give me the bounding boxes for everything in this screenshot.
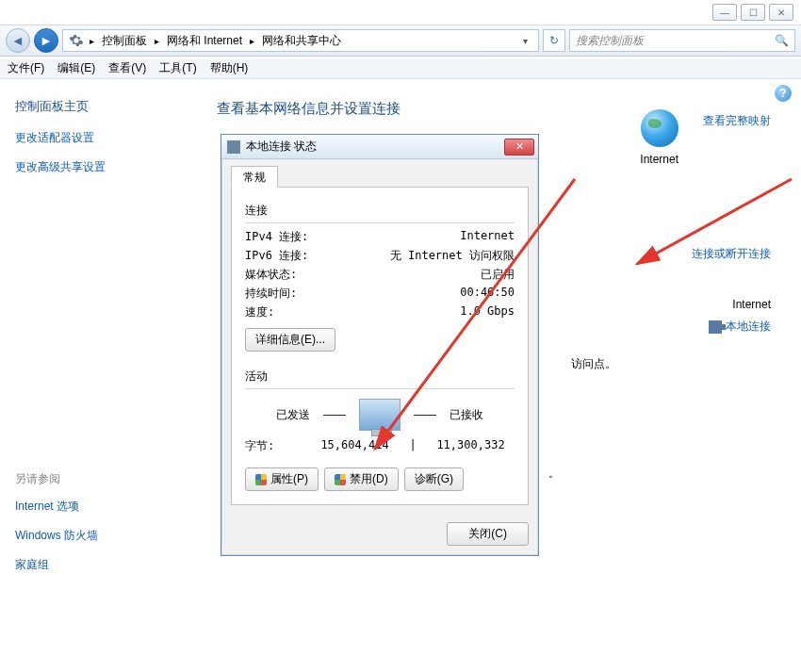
disable-button[interactable]: 禁用(D) bbox=[324, 467, 399, 491]
network-activity-icon bbox=[359, 399, 400, 431]
menu-help[interactable]: 帮助(H) bbox=[210, 60, 249, 76]
sidebar-advanced-sharing[interactable]: 更改高级共享设置 bbox=[15, 159, 183, 175]
internet-network-icon-box: Internet bbox=[640, 109, 678, 166]
breadcrumb-seg-2[interactable]: 网络和 Internet bbox=[165, 33, 244, 49]
link-view-full-map[interactable]: 查看完整映射 bbox=[692, 113, 771, 129]
search-icon: 🔍 bbox=[775, 34, 789, 47]
window-controls: — ☐ ✕ bbox=[712, 4, 793, 21]
dialog-titlebar[interactable]: 本地连接 状态 ✕ bbox=[221, 135, 538, 159]
sent-label: 已发送 bbox=[276, 407, 310, 423]
ipv4-label: IPv4 连接: bbox=[245, 229, 339, 245]
ipv4-value: Internet bbox=[339, 229, 515, 245]
menu-file[interactable]: 文件(F) bbox=[8, 60, 44, 76]
breadcrumb[interactable]: ▸ 控制面板 ▸ 网络和 Internet ▸ 网络和共享中心 ▾ bbox=[62, 29, 539, 52]
minimize-button[interactable]: — bbox=[712, 4, 737, 21]
activity-group-label: 活动 bbox=[245, 369, 515, 385]
properties-button[interactable]: 属性(P) bbox=[245, 467, 319, 491]
internet-text: Internet bbox=[692, 298, 771, 311]
address-bar: ◄ ► ▸ 控制面板 ▸ 网络和 Internet ▸ 网络和共享中心 ▾ ↻ … bbox=[0, 25, 801, 57]
media-state-value: 已启用 bbox=[339, 267, 515, 283]
local-connection-status-dialog: 本地连接 状态 ✕ 常规 连接 IPv4 连接:Internet IPv6 连接… bbox=[221, 134, 539, 556]
received-label: 已接收 bbox=[450, 407, 483, 423]
globe-icon bbox=[641, 109, 678, 147]
bytes-label: 字节: bbox=[245, 438, 311, 454]
tab-general[interactable]: 常规 bbox=[231, 166, 278, 188]
maximize-button[interactable]: ☐ bbox=[741, 4, 765, 21]
breadcrumb-seg-3[interactable]: 网络和共享中心 bbox=[260, 33, 343, 49]
breadcrumb-seg-1[interactable]: 控制面板 bbox=[100, 33, 149, 49]
link-local-connection[interactable]: 本地连接 bbox=[692, 319, 771, 335]
sidebar: 控制面板主页 更改适配器设置 更改高级共享设置 另请参阅 Internet 选项… bbox=[0, 85, 198, 672]
ipv6-label: IPv6 连接: bbox=[245, 248, 339, 264]
menu-tools[interactable]: 工具(T) bbox=[159, 60, 196, 76]
chevron-right-icon: ▸ bbox=[86, 36, 98, 46]
search-placeholder: 搜索控制面板 bbox=[576, 33, 644, 49]
plug-icon bbox=[709, 320, 722, 334]
media-state-label: 媒体状态: bbox=[245, 267, 339, 283]
connection-group-label: 连接 bbox=[245, 203, 515, 219]
back-button[interactable]: ◄ bbox=[6, 28, 30, 53]
sidebar-see-also-label: 另请参阅 bbox=[15, 471, 183, 487]
diagnose-button[interactable]: 诊断(G) bbox=[404, 467, 464, 491]
sidebar-home[interactable]: 控制面板主页 bbox=[15, 98, 183, 115]
duration-value: 00:46:50 bbox=[339, 286, 515, 302]
close-window-button[interactable]: ✕ bbox=[769, 4, 793, 21]
right-links: 查看完整映射 连接或断开连接 Internet 本地连接 bbox=[692, 113, 771, 370]
breadcrumb-dropdown[interactable]: ▾ bbox=[517, 36, 532, 46]
menu-view[interactable]: 查看(V) bbox=[108, 60, 146, 76]
dialog-close-footer-button[interactable]: 关闭(C) bbox=[447, 522, 529, 546]
dialog-panel: 连接 IPv4 连接:Internet IPv6 连接:无 Internet 访… bbox=[231, 188, 529, 505]
dialog-body: 常规 连接 IPv4 连接:Internet IPv6 连接:无 Interne… bbox=[221, 159, 538, 515]
internet-label: Internet bbox=[640, 153, 678, 166]
text-fragment-2: 。 bbox=[548, 466, 560, 482]
shield-icon bbox=[335, 474, 346, 485]
sidebar-windows-firewall[interactable]: Windows 防火墙 bbox=[15, 528, 183, 544]
refresh-button[interactable]: ↻ bbox=[543, 29, 565, 52]
sidebar-internet-options[interactable]: Internet 选项 bbox=[15, 499, 183, 515]
duration-label: 持续时间: bbox=[245, 286, 339, 302]
network-icon bbox=[227, 140, 240, 154]
shield-icon bbox=[255, 474, 267, 485]
bytes-sent-value: 15,604,414 bbox=[311, 438, 399, 454]
gear-icon bbox=[69, 33, 84, 48]
dialog-tabs: 常规 bbox=[231, 165, 529, 188]
text-fragment-1: 访问点。 bbox=[571, 356, 616, 372]
menu-bar: 文件(F) 编辑(E) 查看(V) 工具(T) 帮助(H) bbox=[0, 58, 801, 79]
chevron-right-icon: ▸ bbox=[151, 36, 163, 46]
search-input[interactable]: 搜索控制面板 🔍 bbox=[569, 29, 795, 52]
menu-edit[interactable]: 编辑(E) bbox=[57, 60, 95, 76]
sidebar-homegroup[interactable]: 家庭组 bbox=[15, 557, 183, 573]
details-button[interactable]: 详细信息(E)... bbox=[245, 328, 335, 352]
chevron-right-icon: ▸ bbox=[246, 36, 258, 46]
speed-value: 1.0 Gbps bbox=[339, 304, 515, 320]
link-connect-disconnect[interactable]: 连接或断开连接 bbox=[692, 246, 771, 262]
dialog-title: 本地连接 状态 bbox=[246, 139, 504, 155]
forward-button[interactable]: ► bbox=[34, 28, 58, 53]
sidebar-adapter-settings[interactable]: 更改适配器设置 bbox=[15, 130, 183, 146]
dialog-close-button[interactable]: ✕ bbox=[504, 139, 534, 156]
bytes-received-value: 11,300,332 bbox=[427, 438, 515, 454]
ipv6-value: 无 Internet 访问权限 bbox=[339, 248, 515, 264]
speed-label: 速度: bbox=[245, 304, 339, 320]
